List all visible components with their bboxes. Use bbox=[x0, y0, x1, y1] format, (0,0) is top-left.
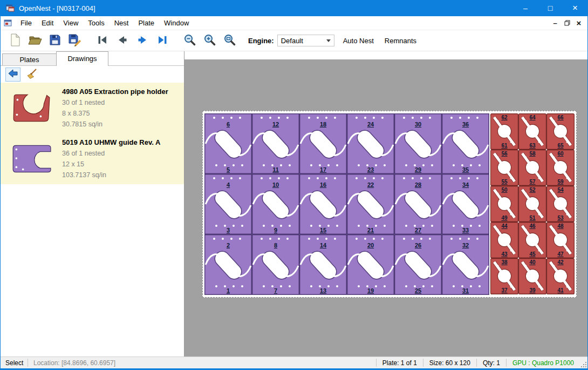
status-mode: Select bbox=[1, 359, 28, 367]
last-plate-button[interactable] bbox=[152, 32, 172, 49]
arrow-left-icon bbox=[7, 68, 19, 81]
app-icon bbox=[5, 3, 15, 13]
nested-part-pair[interactable]: 43 bbox=[204, 174, 252, 234]
remnants-button[interactable]: Remnants bbox=[379, 37, 422, 45]
nested-part-pair[interactable]: 5251 bbox=[518, 186, 546, 222]
nested-part-pair[interactable]: 3635 bbox=[442, 113, 489, 174]
menu-plate[interactable]: Plate bbox=[133, 17, 159, 29]
nested-part-pair[interactable]: 2827 bbox=[394, 174, 442, 234]
mdi-close-button[interactable]: × bbox=[573, 18, 585, 28]
new-file-icon bbox=[9, 33, 22, 49]
nested-part-pair[interactable]: 2019 bbox=[347, 234, 394, 295]
nested-part-pair[interactable]: 109 bbox=[252, 174, 299, 234]
nested-part-pair[interactable]: 5049 bbox=[490, 186, 518, 222]
drawing-nested-count: 30 of 1 nested bbox=[62, 97, 168, 108]
drawing-size: 8 x 8.375 bbox=[62, 108, 168, 119]
tab-plates[interactable]: Plates bbox=[2, 53, 57, 66]
nested-part-pair[interactable]: 2423 bbox=[347, 113, 394, 174]
drawing-list-item-uhmw-guide[interactable]: 5019 A10 UHMW guide Rev. A 36 of 1 neste… bbox=[1, 133, 184, 184]
drawing-nested-count: 36 of 1 nested bbox=[62, 148, 160, 159]
minimize-button[interactable]: – bbox=[513, 0, 538, 16]
next-plate-button[interactable] bbox=[132, 32, 152, 49]
nested-part-pair[interactable]: 1211 bbox=[252, 113, 299, 174]
first-plate-button[interactable] bbox=[92, 32, 112, 49]
nested-part-pair[interactable]: 5655 bbox=[490, 150, 518, 186]
main-top-strip bbox=[184, 51, 587, 59]
nested-part-pair[interactable]: 5453 bbox=[546, 186, 575, 222]
engine-select[interactable]: Default bbox=[277, 35, 334, 46]
nested-part-pair[interactable]: 6059 bbox=[546, 150, 575, 186]
red-parts-grid: 6261 6463 6665 5655 5857 bbox=[490, 113, 575, 295]
window-controls: – □ × bbox=[513, 0, 587, 16]
close-button[interactable]: × bbox=[563, 0, 587, 16]
sidebar-toolbar bbox=[1, 66, 184, 83]
nested-part-pair[interactable]: 2625 bbox=[394, 234, 442, 295]
nested-part-pair[interactable]: 2221 bbox=[347, 174, 394, 234]
plate[interactable]: 65 1211 1817 2423 3029 bbox=[202, 111, 577, 298]
nested-part-pair[interactable]: 1817 bbox=[299, 113, 347, 174]
save-as-button[interactable] bbox=[65, 32, 85, 49]
nested-part-pair[interactable]: 21 bbox=[204, 234, 252, 295]
menu-view[interactable]: View bbox=[58, 17, 83, 29]
mdi-restore-button[interactable] bbox=[561, 18, 573, 28]
menu-window[interactable]: Window bbox=[159, 17, 194, 29]
resize-grip-icon[interactable] bbox=[580, 357, 587, 368]
open-folder-icon bbox=[28, 33, 42, 49]
arrow-left-button[interactable] bbox=[5, 68, 20, 82]
tab-drawings[interactable]: Drawings bbox=[56, 51, 108, 66]
maximize-button[interactable]: □ bbox=[538, 0, 563, 16]
nested-part-pair[interactable]: 3231 bbox=[442, 234, 489, 295]
status-plate: Plate: 1 of 1 bbox=[377, 359, 423, 367]
nested-part-pair[interactable]: 4241 bbox=[546, 258, 575, 294]
part-thumbnail bbox=[6, 86, 56, 130]
status-size: Size: 60 x 120 bbox=[423, 359, 476, 367]
status-gpu: GPU : Quadro P1000 bbox=[507, 359, 580, 367]
menu-edit[interactable]: Edit bbox=[37, 17, 58, 29]
nested-part-pair[interactable]: 4039 bbox=[518, 258, 546, 294]
titlebar: OpenNest - [N0317-004] – □ × bbox=[1, 0, 587, 16]
next-arrow-icon bbox=[136, 33, 149, 48]
nested-part-pair[interactable]: 4847 bbox=[546, 222, 575, 258]
nest-canvas[interactable]: 65 1211 1817 2423 3029 bbox=[184, 59, 587, 356]
auto-nest-button[interactable]: Auto Nest bbox=[338, 37, 379, 45]
nested-part-pair[interactable]: 6463 bbox=[518, 113, 546, 150]
nested-part-pair[interactable]: 3837 bbox=[490, 258, 518, 294]
nested-part-pair[interactable]: 1615 bbox=[299, 174, 347, 234]
new-button[interactable] bbox=[5, 32, 25, 49]
sidebar: Plates Drawings bbox=[1, 51, 184, 356]
drawing-list-item-extraction-pipe-holder[interactable]: 4980 A05 Extraction pipe holder 30 of 1 … bbox=[1, 83, 184, 133]
save-button[interactable] bbox=[45, 32, 65, 49]
app-window: OpenNest - [N0317-004] – □ × File Edit V… bbox=[0, 0, 588, 370]
nested-part-pair[interactable]: 3433 bbox=[442, 174, 489, 234]
nested-part-pair[interactable]: 5857 bbox=[518, 150, 546, 186]
nested-part-pair[interactable]: 4645 bbox=[518, 222, 546, 258]
drawing-size: 12 x 15 bbox=[62, 159, 160, 170]
zoom-out-button[interactable] bbox=[180, 32, 200, 49]
menu-tools[interactable]: Tools bbox=[83, 17, 109, 29]
nested-part-pair[interactable]: 1413 bbox=[299, 234, 347, 295]
nested-part-pair[interactable]: 87 bbox=[252, 234, 299, 295]
nested-part-pair[interactable]: 6261 bbox=[490, 113, 518, 150]
nested-part-pair[interactable]: 6665 bbox=[546, 113, 575, 150]
status-qty: Qty: 1 bbox=[477, 359, 506, 367]
engine-label: Engine: bbox=[248, 37, 274, 45]
open-button[interactable] bbox=[25, 32, 45, 49]
content-area: Plates Drawings bbox=[1, 51, 587, 356]
clean-button[interactable] bbox=[24, 68, 39, 82]
menu-file[interactable]: File bbox=[16, 17, 37, 29]
previous-plate-button[interactable] bbox=[112, 32, 132, 49]
zoom-extents-button[interactable] bbox=[220, 32, 240, 49]
main-area: 65 1211 1817 2423 3029 bbox=[184, 51, 587, 356]
drawing-name: 5019 A10 UHMW guide Rev. A bbox=[62, 138, 160, 146]
document-icon[interactable] bbox=[4, 19, 12, 28]
previous-arrow-icon bbox=[116, 33, 129, 48]
nested-part-pair[interactable]: 65 bbox=[204, 113, 252, 174]
broom-icon bbox=[26, 68, 38, 81]
zoom-in-button[interactable] bbox=[200, 32, 220, 49]
menu-nest[interactable]: Nest bbox=[110, 17, 134, 29]
mdi-minimize-button[interactable]: – bbox=[549, 18, 561, 28]
drawing-area: 30.7815 sq/in bbox=[62, 119, 168, 130]
nested-part-pair[interactable]: 3029 bbox=[394, 113, 442, 174]
drawing-area: 103.7137 sq/in bbox=[62, 170, 160, 180]
nested-part-pair[interactable]: 4443 bbox=[490, 222, 518, 258]
